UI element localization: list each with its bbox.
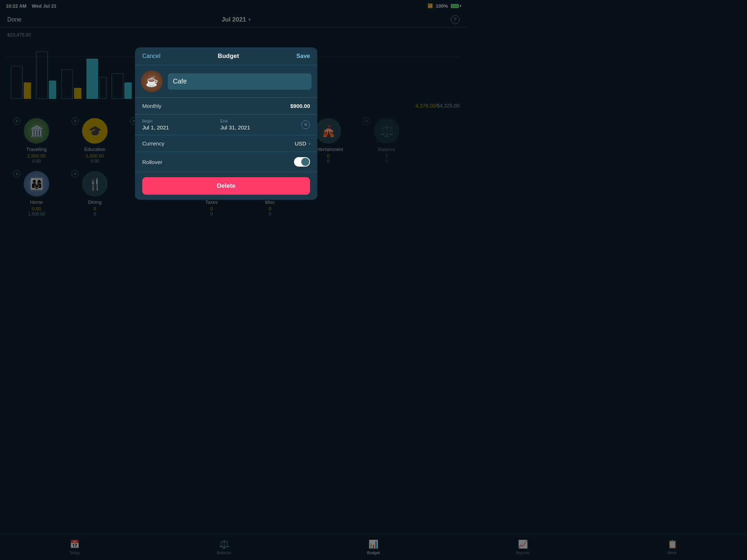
end-value[interactable]: Jul 31, 2021	[220, 124, 298, 131]
begin-value[interactable]: Jul 1, 2021	[142, 124, 220, 131]
monthly-label: Monthly	[142, 103, 162, 109]
modal-cafe-avatar: ☕	[141, 70, 163, 92]
modal-rollover-row: Rollover	[135, 152, 317, 172]
end-date-group: End Jul 31, 2021	[220, 119, 298, 131]
begin-label: Begin	[142, 119, 220, 123]
dates-clear-button[interactable]: ✕	[301, 120, 310, 129]
end-label: End	[220, 119, 298, 123]
modal-name-row: ☕	[135, 65, 317, 98]
monthly-value[interactable]: $900.00	[290, 103, 310, 109]
modal-dates-row: Begin Jul 1, 2021 End Jul 31, 2021 ✕	[135, 114, 317, 135]
rollover-label: Rollover	[142, 159, 162, 165]
budget-modal: Cancel Budget Save ☕ Monthly $900.00 Beg…	[135, 47, 317, 200]
modal-title: Budget	[218, 52, 239, 60]
modal-header: Cancel Budget Save	[135, 47, 317, 65]
currency-value: USD	[295, 140, 306, 147]
currency-chevron-icon: ›	[309, 141, 310, 146]
modal-name-input[interactable]	[168, 73, 311, 90]
modal-monthly-row: Monthly $900.00	[135, 98, 317, 114]
modal-save-button[interactable]: Save	[297, 53, 310, 59]
rollover-toggle[interactable]	[294, 157, 310, 167]
modal-cancel-button[interactable]: Cancel	[142, 53, 160, 59]
currency-label: Currency	[142, 140, 165, 147]
modal-currency-row[interactable]: Currency USD ›	[135, 135, 317, 152]
begin-date-group: Begin Jul 1, 2021	[142, 119, 220, 131]
currency-right: USD ›	[295, 140, 310, 147]
toggle-knob	[301, 158, 309, 166]
modal-delete-row: Delete	[135, 172, 317, 200]
delete-button[interactable]: Delete	[142, 177, 310, 195]
